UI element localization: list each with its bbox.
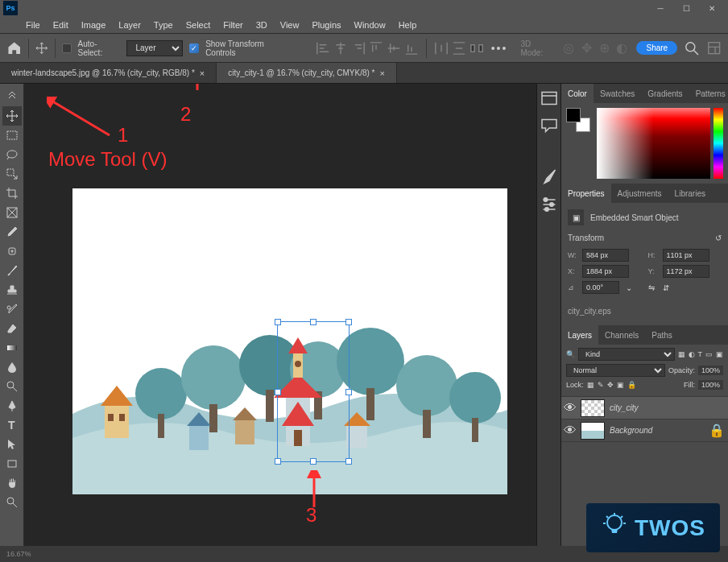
lock-artboard-icon[interactable]: ▣	[617, 381, 624, 389]
share-button[interactable]: Share	[636, 41, 677, 55]
workspace-icon[interactable]	[706, 40, 722, 56]
opacity-value[interactable]: 100%	[698, 366, 723, 375]
filter-shape-icon[interactable]: ▭	[705, 350, 713, 358]
layer-name[interactable]: city_city	[610, 403, 639, 412]
lock-brush-icon[interactable]: ✎	[598, 381, 604, 389]
angle-dropdown[interactable]: ⌄	[623, 283, 635, 292]
filter-adjust-icon[interactable]: ◐	[689, 350, 695, 358]
healing-tool[interactable]	[2, 242, 22, 261]
menu-image[interactable]: Image	[75, 20, 113, 30]
type-tool[interactable]: T	[2, 415, 22, 435]
eraser-tool[interactable]	[2, 319, 22, 338]
close-button[interactable]: ✕	[699, 0, 725, 16]
layer-filter-kind[interactable]: Kind	[578, 348, 675, 361]
hand-tool[interactable]	[2, 473, 22, 493]
lock-transparent-icon[interactable]: ▦	[587, 381, 594, 389]
align-bottom-icon[interactable]	[403, 40, 420, 56]
layer-item[interactable]: 👁 city_city	[561, 397, 728, 419]
frame-tool[interactable]	[2, 203, 22, 222]
crop-tool[interactable]	[2, 184, 22, 203]
brush-settings-icon[interactable]	[540, 195, 559, 214]
flip-v-icon[interactable]: ⇵	[663, 283, 669, 292]
tab-gradients[interactable]: Gradients	[641, 84, 689, 103]
more-options-icon[interactable]: •••	[491, 42, 508, 55]
angle-input[interactable]: 0.00°	[582, 281, 619, 294]
tab-patterns[interactable]: Patterns	[689, 84, 728, 103]
blend-mode-select[interactable]: Normal	[566, 364, 665, 377]
y-input[interactable]: 1172 px	[663, 265, 709, 278]
visibility-icon[interactable]: 👁	[565, 403, 576, 414]
hue-slider[interactable]	[714, 108, 723, 179]
visibility-icon[interactable]: 👁	[565, 425, 576, 436]
color-field[interactable]	[597, 108, 710, 179]
filter-smart-icon[interactable]: ▣	[716, 350, 723, 358]
height-input[interactable]: 1101 px	[663, 249, 709, 262]
fill-value[interactable]: 100%	[698, 380, 723, 390]
menu-file[interactable]: File	[19, 20, 47, 30]
move-tool[interactable]	[2, 106, 22, 126]
menu-filter[interactable]: Filter	[217, 20, 249, 30]
layer-item[interactable]: 👁 Background 🔒	[561, 419, 728, 442]
tab-adjustments[interactable]: Adjustments	[611, 184, 668, 203]
menu-help[interactable]: Help	[392, 20, 424, 30]
tab-color[interactable]: Color	[561, 84, 594, 103]
home-icon[interactable]	[6, 40, 22, 56]
panel-toggle-icon[interactable]	[2, 87, 22, 106]
pen-tool[interactable]	[2, 396, 22, 415]
document-canvas[interactable]	[72, 188, 507, 494]
layer-thumbnail[interactable]	[581, 399, 605, 417]
close-icon[interactable]: ×	[200, 68, 205, 78]
stamp-tool[interactable]	[2, 280, 22, 300]
document-tab-2[interactable]: city_city-1 @ 16.7% (city_city, CMYK/8) …	[217, 63, 397, 83]
align-top-icon[interactable]	[368, 40, 384, 56]
maximize-button[interactable]: ☐	[673, 0, 699, 16]
lock-all-icon[interactable]: 🔒	[627, 381, 636, 389]
x-input[interactable]: 1884 px	[582, 265, 629, 278]
align-right-icon[interactable]	[350, 40, 366, 56]
distribute-v-icon[interactable]	[451, 40, 467, 56]
foreground-color[interactable]	[566, 108, 581, 122]
minimize-button[interactable]: ─	[647, 0, 673, 16]
tab-libraries[interactable]: Libraries	[668, 184, 712, 203]
tab-properties[interactable]: Properties	[561, 184, 611, 203]
tab-layers[interactable]: Layers	[561, 325, 598, 345]
lock-position-icon[interactable]: ✥	[607, 381, 614, 389]
document-tab-1[interactable]: winter-landscape5.jpg @ 16.7% (city_city…	[0, 63, 217, 83]
layer-name[interactable]: Background	[610, 426, 652, 435]
menu-layer[interactable]: Layer	[112, 20, 147, 30]
brush-tool[interactable]	[2, 261, 22, 280]
align-center-h-icon[interactable]	[333, 40, 349, 56]
lasso-tool[interactable]	[2, 145, 22, 164]
brushes-panel-icon[interactable]	[540, 167, 559, 187]
flip-h-icon[interactable]: ⇋	[648, 283, 655, 292]
tab-swatches[interactable]: Swatches	[594, 84, 641, 103]
menu-type[interactable]: Type	[147, 20, 180, 30]
reset-icon[interactable]: ↺	[715, 233, 722, 242]
foreground-background-swatch[interactable]	[566, 108, 590, 132]
auto-select-dropdown[interactable]: Layer	[126, 40, 183, 56]
distribute-spacing-icon[interactable]	[469, 40, 485, 56]
dodge-tool[interactable]	[2, 377, 22, 396]
close-icon[interactable]: ×	[380, 68, 385, 78]
gradient-tool[interactable]	[2, 338, 22, 357]
search-icon[interactable]	[684, 40, 699, 56]
comments-panel-icon[interactable]	[540, 116, 559, 135]
tab-channels[interactable]: Channels	[598, 325, 645, 345]
shape-tool[interactable]	[2, 454, 22, 473]
menu-select[interactable]: Select	[180, 20, 217, 30]
filter-type-icon[interactable]: T	[698, 350, 703, 358]
menu-3d[interactable]: 3D	[250, 20, 274, 30]
align-left-icon[interactable]	[315, 40, 331, 56]
history-brush-tool[interactable]	[2, 300, 22, 319]
filter-pixel-icon[interactable]: ▦	[678, 350, 685, 358]
eyedropper-tool[interactable]	[2, 222, 22, 242]
width-input[interactable]: 584 px	[582, 249, 629, 262]
show-transform-checkbox[interactable]: ✓	[189, 43, 199, 53]
auto-select-checkbox[interactable]	[62, 43, 72, 53]
layer-thumbnail[interactable]	[581, 422, 605, 440]
menu-window[interactable]: Window	[348, 20, 392, 30]
menu-plugins[interactable]: Plugins	[305, 20, 347, 30]
tab-paths[interactable]: Paths	[645, 325, 679, 345]
blur-tool[interactable]	[2, 357, 22, 377]
selection-tool[interactable]	[2, 164, 22, 184]
